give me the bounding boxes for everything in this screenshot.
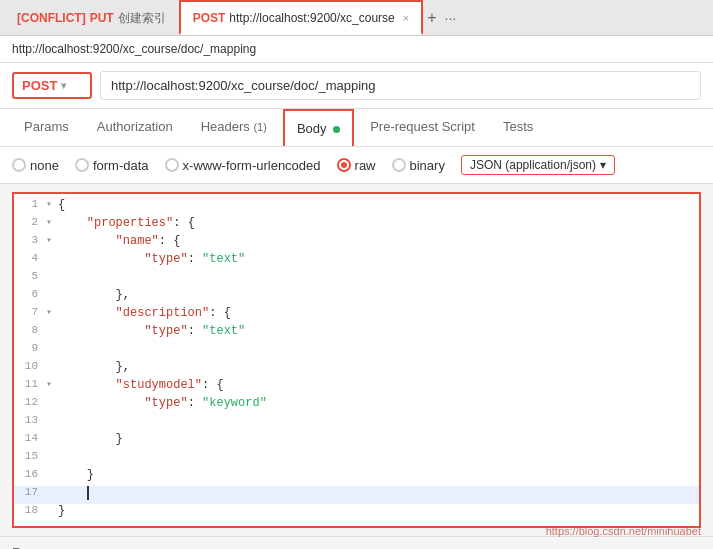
json-format-chevron-icon: ▾ — [600, 158, 606, 172]
conflict-title: 创建索引 — [118, 10, 166, 27]
tab-nav-body[interactable]: Body — [283, 109, 354, 146]
option-binary[interactable]: binary — [392, 158, 445, 173]
line-number: 3 — [18, 234, 46, 246]
conflict-method: PUT — [90, 11, 114, 25]
line-number: 9 — [18, 342, 46, 354]
line-number: 15 — [18, 450, 46, 462]
code-line: 9 — [14, 342, 699, 360]
radio-none[interactable] — [12, 158, 26, 172]
line-number: 5 — [18, 270, 46, 282]
line-content: "type": "text" — [58, 324, 695, 338]
tab-active[interactable]: POST http://localhost:9200/xc_course × — [179, 0, 424, 35]
line-number: 11 — [18, 378, 46, 390]
tab-nav-authorization[interactable]: Authorization — [85, 109, 185, 146]
watermark: https://blog.csdn.net/minihuabet — [546, 525, 701, 537]
code-line: 3▾ "name": { — [14, 234, 699, 252]
line-content: "description": { — [58, 306, 695, 320]
conflict-badge: [CONFLICT] — [17, 11, 86, 25]
line-content: "type": "keyword" — [58, 396, 695, 410]
active-tab-method: POST — [193, 11, 226, 25]
code-line: 10 }, — [14, 360, 699, 378]
line-number: 17 — [18, 486, 46, 498]
option-urlencoded[interactable]: x-www-form-urlencoded — [165, 158, 321, 173]
line-number: 18 — [18, 504, 46, 516]
code-line: 12 "type": "keyword" — [14, 396, 699, 414]
code-line: 5 — [14, 270, 699, 288]
method-select[interactable]: POST ▾ — [12, 72, 92, 99]
tab-nav-tests[interactable]: Tests — [491, 109, 545, 146]
code-line: 7▾ "description": { — [14, 306, 699, 324]
body-options: none form-data x-www-form-urlencoded raw… — [0, 147, 713, 184]
line-content: }, — [58, 288, 695, 302]
line-content: } — [58, 504, 695, 518]
active-tab-url: http://localhost:9200/xc_course — [229, 11, 394, 25]
tab-bar: [CONFLICT] PUT 创建索引 POST http://localhos… — [0, 0, 713, 36]
address-bar: http://localhost:9200/xc_course/doc/_map… — [0, 36, 713, 63]
option-formdata-label: form-data — [93, 158, 149, 173]
line-content: "properties": { — [58, 216, 695, 230]
line-toggle-icon[interactable]: ▾ — [46, 234, 58, 246]
line-toggle-icon[interactable]: ▾ — [46, 198, 58, 210]
response-label: Response — [12, 545, 71, 549]
code-line: 13 — [14, 414, 699, 432]
line-number: 2 — [18, 216, 46, 228]
code-line: 17 — [14, 486, 699, 504]
line-content: } — [58, 432, 695, 446]
line-number: 14 — [18, 432, 46, 444]
radio-binary[interactable] — [392, 158, 406, 172]
code-line: 2▾ "properties": { — [14, 216, 699, 234]
line-toggle-icon[interactable]: ▾ — [46, 216, 58, 228]
json-format-label: JSON (application/json) — [470, 158, 596, 172]
radio-raw[interactable] — [337, 158, 351, 172]
code-line: 8 "type": "text" — [14, 324, 699, 342]
option-urlencoded-label: x-www-form-urlencoded — [183, 158, 321, 173]
line-number: 6 — [18, 288, 46, 300]
option-none-label: none — [30, 158, 59, 173]
code-line: 14 } — [14, 432, 699, 450]
tab-actions: + ··· — [427, 9, 456, 27]
line-number: 1 — [18, 198, 46, 210]
radio-formdata[interactable] — [75, 158, 89, 172]
code-line: 18 } — [14, 504, 699, 522]
line-content — [58, 486, 695, 500]
line-number: 10 — [18, 360, 46, 372]
url-input[interactable] — [100, 71, 701, 100]
line-content: "type": "text" — [58, 252, 695, 266]
code-line: 1▾{ — [14, 198, 699, 216]
option-raw[interactable]: raw — [337, 158, 376, 173]
method-chevron-icon: ▾ — [61, 80, 66, 91]
more-tabs-icon[interactable]: ··· — [445, 10, 457, 26]
json-format-select[interactable]: JSON (application/json) ▾ — [461, 155, 615, 175]
option-raw-label: raw — [355, 158, 376, 173]
method-label: POST — [22, 78, 57, 93]
line-content: { — [58, 198, 695, 212]
option-none[interactable]: none — [12, 158, 59, 173]
code-line: 15 — [14, 450, 699, 468]
option-formdata[interactable]: form-data — [75, 158, 149, 173]
add-tab-icon[interactable]: + — [427, 9, 436, 27]
radio-urlencoded[interactable] — [165, 158, 179, 172]
close-tab-icon[interactable]: × — [403, 12, 409, 24]
line-content: "name": { — [58, 234, 695, 248]
code-line: 11▾ "studymodel": { — [14, 378, 699, 396]
tab-nav-headers[interactable]: Headers (1) — [189, 109, 279, 146]
tabs-nav: Params Authorization Headers (1) Body Pr… — [0, 109, 713, 147]
request-bar: POST ▾ — [0, 63, 713, 109]
line-number: 16 — [18, 468, 46, 480]
line-number: 12 — [18, 396, 46, 408]
option-binary-label: binary — [410, 158, 445, 173]
tab-conflict[interactable]: [CONFLICT] PUT 创建索引 — [4, 0, 179, 35]
line-number: 13 — [18, 414, 46, 426]
line-number: 7 — [18, 306, 46, 318]
code-editor[interactable]: 1▾{2▾ "properties": {3▾ "name": {4 "type… — [12, 192, 701, 528]
line-toggle-icon[interactable]: ▾ — [46, 378, 58, 390]
code-line: 4 "type": "text" — [14, 252, 699, 270]
line-toggle-icon[interactable]: ▾ — [46, 306, 58, 318]
address-url: http://localhost:9200/xc_course/doc/_map… — [12, 42, 256, 56]
code-line: 6 }, — [14, 288, 699, 306]
tab-nav-params[interactable]: Params — [12, 109, 81, 146]
line-number: 4 — [18, 252, 46, 264]
response-bar: Response — [0, 536, 713, 549]
line-number: 8 — [18, 324, 46, 336]
tab-nav-prerequest[interactable]: Pre-request Script — [358, 109, 487, 146]
